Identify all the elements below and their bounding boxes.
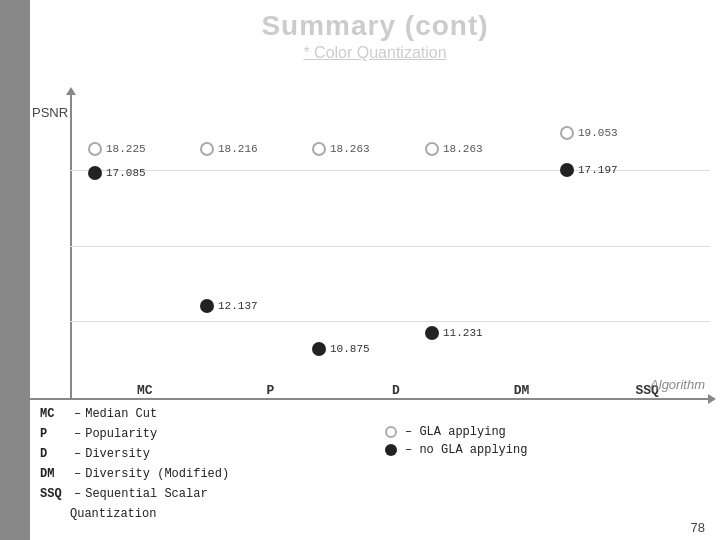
legend-key-mc: MC [40,405,70,423]
grid-line-3 [70,321,710,322]
x-label-d: D [333,383,459,398]
legend-text-p: Popularity [85,425,157,443]
legend-ssq-cont: Quantization [40,505,365,523]
legend-key-p: P [40,425,70,443]
legend-right: – GLA applying – no GLA applying [365,400,710,535]
legend-text-d: Diversity [85,445,150,463]
legend-gla: – GLA applying [385,425,710,439]
y-axis [70,95,72,398]
data-point-p-high: 18.216 [200,142,258,156]
data-point-dm-low: 11.231 [425,326,483,340]
legend-d: D – Diversity [40,445,365,463]
legend-key-ssq: SSQ [40,485,70,503]
data-point-d-low: 10.875 [312,342,370,356]
legend-area: MC – Median Cut P – Popularity D – Diver… [30,400,710,535]
legend-left: MC – Median Cut P – Popularity D – Diver… [30,400,365,535]
legend-key-dm: DM [40,465,70,483]
data-point-p-low: 12.137 [200,299,258,313]
data-point-mc-high: 18.225 [88,142,146,156]
slide-container: Summary (cont) * Color Quantization PSNR… [0,0,720,540]
legend-p: P – Popularity [40,425,365,443]
data-point-d-high: 18.263 [312,142,370,156]
chart-area: 18.225 17.085 18.216 18.263 18.263 19.05… [30,95,710,400]
legend-circle-filled [385,444,397,456]
legend-dm: DM – Diversity (Modified) [40,465,365,483]
legend-key-blank [40,505,70,523]
legend-circle-open [385,426,397,438]
legend-key-d: D [40,445,70,463]
sub-title: * Color Quantization [30,44,720,62]
main-title: Summary (cont) [30,10,720,42]
x-label-dm: DM [459,383,585,398]
legend-text-ssq: Sequential Scalar [85,485,207,503]
legend-text-ssq-cont: Quantization [70,505,156,523]
page-number: 78 [691,520,705,535]
x-label-mc: MC [82,383,208,398]
legend-text-mc: Median Cut [85,405,157,423]
legend-no-gla-text: – no GLA applying [405,443,527,457]
legend-gla-text: – GLA applying [405,425,506,439]
legend-no-gla: – no GLA applying [385,443,710,457]
data-point-mc-low: 17.085 [88,166,146,180]
legend-mc: MC – Median Cut [40,405,365,423]
x-labels: MC P D DM SSQ [30,383,710,398]
algorithm-label: Algorithm [650,377,705,392]
data-point-ssq-low: 17.197 [560,163,618,177]
grid-line-2 [70,246,710,247]
data-point-dm-high: 18.263 [425,142,483,156]
x-label-p: P [208,383,334,398]
title-area: Summary (cont) * Color Quantization [30,10,720,62]
legend-text-dm: Diversity (Modified) [85,465,229,483]
left-bar [0,0,30,540]
data-point-ssq-high: 19.053 [560,126,618,140]
legend-ssq: SSQ – Sequential Scalar [40,485,365,503]
